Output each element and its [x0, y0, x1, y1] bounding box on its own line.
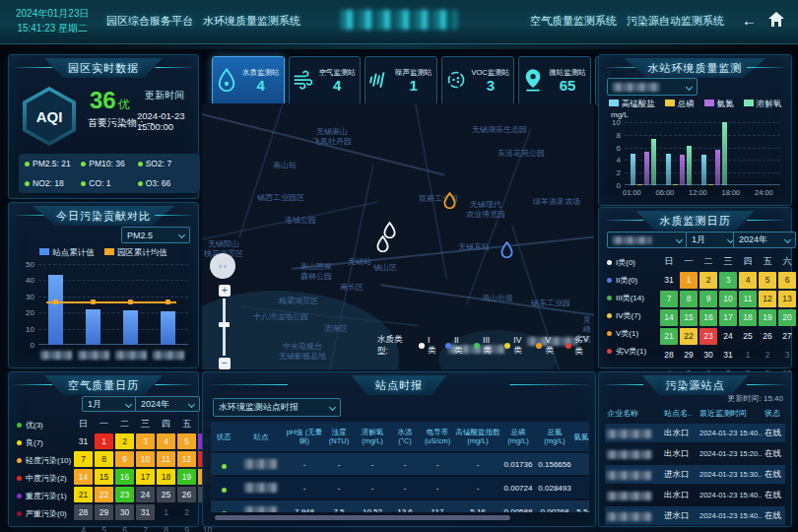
legend-label: 水质类型:: [377, 334, 410, 358]
blurred-enterprise-name: [607, 512, 652, 521]
bar-总磷: [708, 184, 713, 185]
calendar-day: 31: [660, 272, 678, 289]
zoom-track[interactable]: [223, 299, 226, 356]
home-icon[interactable]: [768, 12, 784, 30]
map-place-label: 南长区: [340, 283, 364, 293]
bar-溶解氧: [722, 122, 727, 185]
calendar-day: 2: [115, 433, 134, 449]
panel-title: 污染源站点: [642, 375, 749, 395]
column-header: pH值 (无量纲): [286, 428, 323, 445]
bar-高锰酸盐: [666, 154, 671, 185]
calendar-day: 12: [177, 451, 196, 467]
calendar-day: 1: [739, 347, 757, 364]
calendar-day: 17: [719, 309, 737, 326]
station-report-table: 状态站点pH值 (无量纲)浊度 (NTU)溶解氧 (mg/L)水温 (°C)电导…: [211, 422, 589, 512]
calendar-day: 30: [699, 347, 717, 364]
cell-value: 0.156656: [536, 460, 573, 469]
station-count: 65: [549, 78, 586, 94]
bar-总磷: [637, 184, 642, 185]
legend-item: 劣V类: [565, 334, 594, 358]
nav-pollution-system[interactable]: 污染源自动监测系统: [627, 14, 724, 29]
water-chart-legend: 高锰酸盐总磷氨氮溶解氧: [599, 99, 791, 110]
station-filter-wind[interactable]: 空气监测站 4: [289, 56, 362, 105]
pollution-source-row[interactable]: 进水口2024-01-23 15:40..在线: [605, 506, 785, 525]
zoom-out-button[interactable]: −: [219, 358, 231, 369]
calendar-day: 2: [759, 347, 776, 364]
column-header: 浊度 (NTU): [323, 428, 355, 445]
water-drop-icon: [217, 68, 238, 94]
calendar-day: 4: [157, 433, 175, 449]
legend-item: V类(1): [607, 324, 646, 342]
panel-title: 今日污染贡献对比: [33, 206, 174, 226]
year-select[interactable]: 2024年: [135, 396, 200, 412]
pollution-source-row[interactable]: 出水口2024-01-23 15:40..在线: [605, 424, 785, 442]
cell-value: 2024-01-23 15:40..: [698, 429, 763, 437]
blurred-station-name: [244, 506, 278, 512]
legend-item: 严重污染(0): [17, 504, 71, 522]
datetime: 2024年01月23日15:41:23 星期二: [16, 6, 90, 35]
pin-icon: [523, 68, 545, 94]
noise-icon: [369, 68, 391, 94]
zoom-in-button[interactable]: +: [219, 285, 231, 297]
map-canvas[interactable]: 无锡惠山 飞凤牡丹园惠山站锡西工业园区洛城公园无锡阳山 桃花源景区无锡站惠山国家…: [202, 103, 594, 369]
nav-water-system[interactable]: 水环境质量监测系统: [203, 14, 300, 29]
pollutant-select[interactable]: PM2.5: [121, 227, 190, 243]
column-header: 状态: [763, 408, 792, 419]
day-header: 三: [136, 416, 155, 432]
pollution-source-row[interactable]: 出水口2024-01-23 15:20..在线: [605, 444, 785, 463]
report-row[interactable]: 7.9487.510.5213.61175.160.005880.002685.…: [211, 500, 589, 512]
calendar-station-select[interactable]: [607, 232, 688, 248]
map-place-label: 无锡站: [348, 257, 371, 267]
station-filter-water-drop[interactable]: 水质监测站 4: [212, 56, 285, 105]
map-zoom-control[interactable]: ‹ › + −: [210, 253, 237, 369]
pollution-source-row[interactable]: 出水口2024-01-23 15:40..在线: [605, 486, 785, 504]
calendar-day: 31: [74, 433, 93, 449]
year-select[interactable]: 2024年: [733, 232, 796, 248]
map-pan-compass[interactable]: ‹ ›: [210, 253, 235, 279]
month-select[interactable]: 1月: [82, 396, 137, 412]
station-filter-pin[interactable]: 微站监测站 65: [518, 56, 591, 105]
calendar-day: 29: [680, 347, 698, 364]
map-place-label: 滨湖区: [324, 324, 348, 334]
report-row[interactable]: ------0.007240.028493--: [211, 477, 589, 499]
back-icon[interactable]: ←: [742, 12, 757, 29]
report-type-select[interactable]: 水环境监测站点时报: [213, 398, 341, 417]
water-station-select[interactable]: [607, 78, 698, 96]
legend-item: IV类: [504, 335, 527, 357]
station-filter-noise[interactable]: 噪声监测站 1: [365, 56, 437, 105]
horizontal-scrollbar[interactable]: [215, 515, 510, 520]
report-row[interactable]: ------0.017360.156656--: [211, 453, 589, 475]
avg-line: [46, 301, 176, 303]
zoom-handle[interactable]: [219, 322, 230, 327]
bar-总磷: [673, 184, 678, 185]
metric-no2: NO2: 18: [25, 178, 81, 188]
calendar-day: 4: [74, 522, 93, 532]
column-header: 状态: [211, 432, 236, 441]
calendar-day: 11: [739, 291, 757, 307]
pollution-source-row[interactable]: 进水口2024-01-23 15:30..在线: [605, 465, 785, 484]
column-header: 企业名称: [605, 408, 662, 419]
nav-park-platform[interactable]: 园区综合服务平台: [106, 14, 193, 29]
air-calendar-grid: 日一二三四五六311234567891011121314151617181920…: [74, 416, 217, 532]
water-quality-chart: 024681001:0006:0012:0018:0024:00: [625, 122, 780, 185]
calendar-day: 14: [74, 469, 93, 485]
map-place-label: 无锡湖乐生态园: [472, 125, 527, 135]
status-dot: [81, 162, 86, 166]
cell-value: -: [355, 460, 390, 469]
calendar-day: 16: [115, 469, 134, 485]
calendar-day: 3: [719, 272, 737, 289]
status-online: 在线: [763, 469, 792, 481]
status-online: 在线: [763, 490, 792, 501]
bar-氨氮: [680, 155, 685, 185]
calendar-day: 11: [157, 451, 175, 467]
bar-氨氮: [644, 152, 649, 185]
water-station-marker[interactable]: [443, 192, 456, 209]
legend-item: 良(7): [17, 433, 71, 451]
water-station-marker[interactable]: [500, 241, 513, 258]
map-place-label: 十八湾湿地公园: [253, 312, 308, 322]
month-select[interactable]: 1月: [686, 232, 739, 248]
nav-air-system[interactable]: 空气质量监测系统: [530, 14, 617, 29]
station-filter-voc[interactable]: VOC监测站 3: [441, 56, 515, 105]
water-station-marker[interactable]: [376, 235, 389, 252]
map-place-label: 梅梁湖景区: [279, 297, 318, 306]
